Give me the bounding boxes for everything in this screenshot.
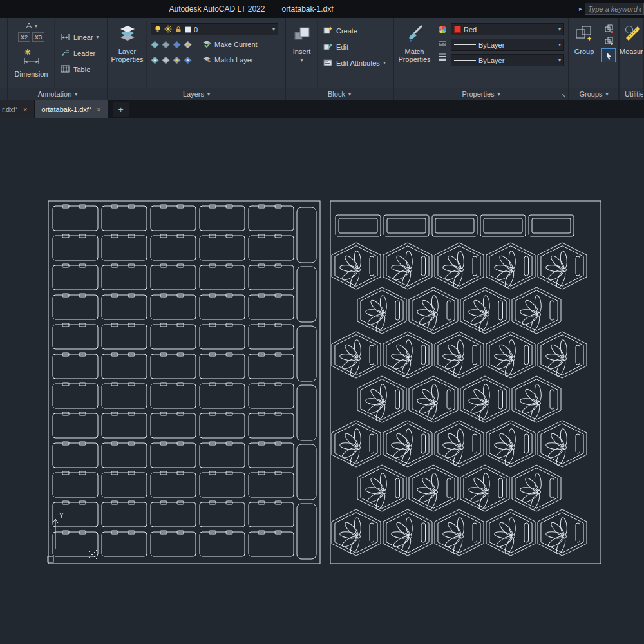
tab-file-other[interactable]: r.dxf* × <box>0 100 34 118</box>
caret-down-icon: ▾ <box>558 42 561 48</box>
text-style-icon[interactable] <box>25 22 33 30</box>
insert-block-icon <box>292 24 312 46</box>
layer-walk-icon[interactable] <box>151 56 159 64</box>
panel-label-layers[interactable]: Layers ▾ <box>108 88 285 100</box>
cad-drawing: Y <box>0 118 644 644</box>
lineweight-icon[interactable] <box>438 52 447 61</box>
color-swatch-red <box>454 26 461 33</box>
autocad-window: Autodesk AutoCAD LT 2022 ortatabak-1.dxf… <box>0 0 644 644</box>
ribbon: ▾ X2 X3 <box>0 18 644 100</box>
close-icon[interactable]: × <box>23 106 27 113</box>
insert-label: Insert <box>293 48 311 55</box>
ungroup-icon[interactable] <box>604 24 614 33</box>
match-properties-icon <box>405 24 424 46</box>
caret-down-icon: ▾ <box>558 26 561 32</box>
layer-select[interactable]: 0 ▾ <box>151 23 278 35</box>
layer-isolate-icon[interactable] <box>162 41 170 49</box>
x2-scale-button[interactable]: X2 <box>18 32 30 42</box>
clipped-panel-edge <box>0 18 8 100</box>
panel-label-annotation[interactable]: Annotation ▾ <box>8 88 107 100</box>
panel-label-groups[interactable]: Groups ▾ <box>569 88 618 100</box>
layer-on-icon <box>154 25 162 34</box>
panel-block: Insert ▾ Create Edit <box>286 18 394 100</box>
linetype-icon[interactable] <box>438 39 447 48</box>
match-properties-label: Match Properties <box>395 48 434 63</box>
layer-unlock-icon[interactable] <box>173 56 181 64</box>
leader-icon <box>60 48 70 59</box>
layer-lock-tool-icon[interactable] <box>184 41 192 49</box>
group-edit-icon[interactable] <box>604 36 614 46</box>
drawing-area[interactable]: Y <box>0 118 644 644</box>
edit-attributes-icon <box>323 57 333 69</box>
match-properties-button[interactable]: Match Properties <box>394 21 435 88</box>
panel-expander-icon[interactable]: ↘ <box>561 92 566 99</box>
linetype-select[interactable]: ByLayer ▾ <box>451 39 564 51</box>
panel-label-utilities[interactable]: Utilities <box>620 88 643 100</box>
annotation-right-column: Linear ▾ Leader Table <box>55 21 107 88</box>
caret-down-icon: ▾ <box>383 60 386 66</box>
caret-down-icon: ▾ <box>207 91 210 97</box>
caret-down-icon: ▾ <box>498 91 500 97</box>
layer-tools-row-1: Make Current <box>151 38 281 51</box>
color-wheel-icon[interactable] <box>438 25 447 34</box>
annotation-left-column: ▾ X2 X3 <box>8 21 55 88</box>
measure-label: Measure <box>620 48 644 55</box>
table-icon <box>60 64 70 75</box>
close-icon[interactable]: × <box>97 106 100 113</box>
caret-down-icon[interactable]: ▾ <box>35 23 37 29</box>
block-right-column: Create Edit Edit Attributes ▾ <box>318 21 393 88</box>
match-layer-icon <box>202 55 211 65</box>
layer-merge-icon[interactable] <box>184 56 192 64</box>
app-title: Autodesk AutoCAD LT 2022 <box>169 5 265 14</box>
layer-lock-icon <box>175 25 182 34</box>
panel-utilities: Measure Utilities <box>620 18 644 100</box>
caret-down-icon: ▾ <box>75 91 77 97</box>
dimension-icon <box>22 46 41 68</box>
make-current-button[interactable]: Make Current <box>200 38 260 51</box>
tab-file-active[interactable]: ortatabak-1.dxf* × <box>35 100 108 118</box>
panel-label-block[interactable]: Block ▾ <box>286 88 393 100</box>
match-layer-button[interactable]: Match Layer <box>200 53 256 66</box>
panel-label-properties[interactable]: Properties ▾ ↘ <box>394 88 568 100</box>
layer-thaw-icon[interactable] <box>162 56 170 64</box>
svg-text:Y: Y <box>59 512 64 519</box>
table-button[interactable]: Table <box>57 61 107 77</box>
layer-properties-button[interactable]: Layer Properties <box>108 21 147 88</box>
create-block-button[interactable]: Create <box>320 23 393 39</box>
layer-off-icon[interactable] <box>151 41 159 49</box>
tab-label: ortatabak-1.dxf* <box>42 106 92 113</box>
tab-label: r.dxf* <box>2 106 18 113</box>
properties-mini-icons <box>435 21 450 88</box>
new-tab-button[interactable]: + <box>113 102 129 117</box>
create-block-icon <box>323 25 333 37</box>
layer-properties-icon <box>118 24 137 46</box>
edit-attributes-button[interactable]: Edit Attributes ▾ <box>320 55 393 71</box>
edit-block-icon <box>323 41 333 53</box>
lineweight-select[interactable]: ByLayer ▾ <box>451 54 564 66</box>
object-color-select[interactable]: Red ▾ <box>451 23 564 35</box>
leader-button[interactable]: Leader <box>57 45 107 61</box>
x3-scale-button[interactable]: X3 <box>32 32 44 42</box>
dimension-button[interactable]: Dimension <box>15 44 48 78</box>
caret-down-icon: ▾ <box>348 91 351 97</box>
group-button[interactable]: Group <box>569 21 599 88</box>
dimension-label: Dimension <box>15 70 48 78</box>
doc-title: ortatabak-1.dxf <box>281 5 333 14</box>
search-input[interactable] <box>585 3 644 15</box>
panel-layers: Layer Properties 0 <box>108 18 286 100</box>
insert-button[interactable]: Insert ▾ <box>286 21 318 88</box>
linear-dimension-button[interactable]: Linear ▾ <box>57 29 107 45</box>
title-bar: Autodesk AutoCAD LT 2022 ortatabak-1.dxf… <box>0 0 644 18</box>
group-label: Group <box>574 48 594 55</box>
panel-properties: Match Properties <box>394 18 569 100</box>
edit-block-button[interactable]: Edit <box>320 39 393 55</box>
search-box: ▸ <box>579 3 644 15</box>
measure-button[interactable]: Measure <box>620 21 644 88</box>
caret-down-icon: ▾ <box>558 57 561 63</box>
search-expand-icon[interactable]: ▸ <box>579 5 582 12</box>
layer-properties-label: Layer Properties <box>109 48 146 63</box>
layer-freeze-tool-icon[interactable] <box>173 41 181 49</box>
group-selection-toggle[interactable] <box>601 48 616 62</box>
linetype-preview <box>454 44 476 45</box>
linear-dimension-icon <box>60 32 70 43</box>
